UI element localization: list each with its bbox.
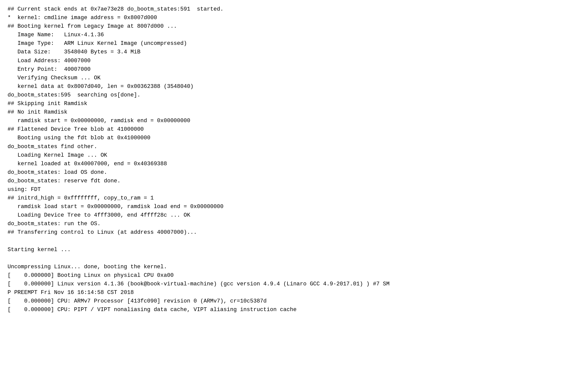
terminal-line: Uncompressing Linux... done, booting the… <box>8 263 580 271</box>
terminal-line: P PREEMPT Fri Nov 16 16:14:58 CST 2018 <box>8 288 580 297</box>
terminal-line: Entry Point: 40007000 <box>8 65 580 74</box>
terminal-line: do_bootm_states: load OS done. <box>8 168 580 177</box>
terminal-line: kernel data at 0x8007d040, len = 0x00362… <box>8 82 580 91</box>
terminal-line: ## Skipping init Ramdisk <box>8 99 580 108</box>
terminal-line: Image Name: Linux-4.1.36 <box>8 31 580 39</box>
terminal-line: do_bootm_states: reserve fdt done. <box>8 177 580 185</box>
terminal-line: Load Address: 40007000 <box>8 57 580 65</box>
terminal-output: ## Current stack ends at 0x7ae73e28 do_b… <box>8 5 580 314</box>
terminal-line: [ 0.000000] Linux version 4.1.36 (book@b… <box>8 280 580 288</box>
terminal-line: Image Type: ARM Linux Kernel Image (unco… <box>8 39 580 48</box>
terminal-line: ## initrd_high = 0xffffffff, copy_to_ram… <box>8 194 580 203</box>
terminal-line: ## Current stack ends at 0x7ae73e28 do_b… <box>8 5 580 14</box>
terminal-line <box>8 237 580 246</box>
terminal-line: kernel loaded at 0x40007000, end = 0x403… <box>8 160 580 168</box>
terminal-line: [ 0.000000] CPU: ARMv7 Processor [413fc0… <box>8 297 580 306</box>
terminal-line: ## Transferring control to Linux (at add… <box>8 228 580 237</box>
terminal-line: [ 0.000000] CPU: PIPT / VIPT nonaliasing… <box>8 306 580 314</box>
terminal-line: Starting kernel ... <box>8 246 580 254</box>
terminal-line: Loading Kernel Image ... OK <box>8 151 580 160</box>
terminal-line: do_bootm_states:595 searching os[done]. <box>8 91 580 99</box>
terminal-line: do_bootm_states find other. <box>8 143 580 151</box>
terminal-line: ramdisk start = 0x00000000, ramdisk end … <box>8 117 580 125</box>
terminal-line: ## Booting kernel from Legacy Image at 8… <box>8 22 580 31</box>
terminal-line: do_bootm_states: run the OS. <box>8 220 580 228</box>
terminal-line: Verifying Checksum ... OK <box>8 74 580 82</box>
terminal-line: Loading Device Tree to 4fff3000, end 4ff… <box>8 211 580 220</box>
terminal-line: using: FDT <box>8 185 580 194</box>
terminal-line: Data Size: 3548040 Bytes = 3.4 MiB <box>8 48 580 56</box>
terminal-line: ## Flattened Device Tree blob at 4100000… <box>8 125 580 134</box>
terminal-line: Booting using the fdt blob at 0x41000000 <box>8 134 580 142</box>
terminal-line: [ 0.000000] Booting Linux on physical CP… <box>8 271 580 280</box>
terminal-line: ramdisk load start = 0x00000000, ramdisk… <box>8 203 580 211</box>
terminal-line: ## No init Ramdisk <box>8 108 580 117</box>
terminal-line <box>8 254 580 263</box>
terminal-line: * kernel: cmdline image address = 0x8007… <box>8 14 580 22</box>
